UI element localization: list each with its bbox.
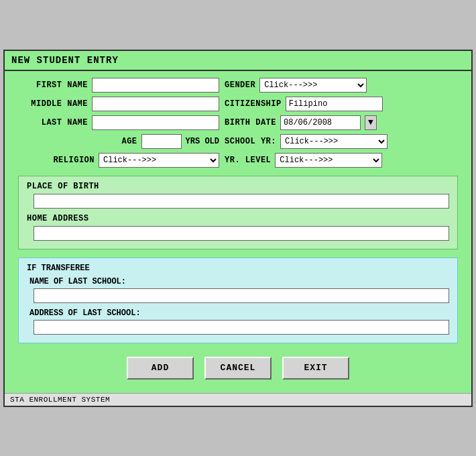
- birthdate-label: BIRTH DATE: [225, 118, 276, 127]
- form-content: FIRST NAME GENDER Click--->>> Male Femal…: [5, 71, 471, 393]
- place-address-section: PLACE OF BIRTH HOME ADDRESS: [18, 176, 458, 249]
- status-bar: STA ENROLLMENT SYSTEM: [5, 393, 471, 406]
- yr-level-select[interactable]: Click--->>>: [275, 153, 382, 168]
- last-school-label: NAME OF LAST SCHOOL:: [29, 277, 449, 286]
- first-name-label: FIRST NAME: [36, 80, 88, 90]
- gender-label: GENDER: [225, 80, 255, 90]
- left-firstname: FIRST NAME: [18, 78, 219, 93]
- last-school-input[interactable]: [34, 288, 449, 303]
- cancel-button[interactable]: CANCEL: [204, 357, 272, 380]
- school-yr-label: SCHOOL YR:: [225, 137, 276, 146]
- right-yrlevel: YR. LEVEL Click--->>>: [225, 153, 453, 168]
- middle-name-input[interactable]: [92, 97, 219, 111]
- home-address-label: HOME ADDRESS: [27, 214, 449, 223]
- school-yr-select[interactable]: Click--->>>: [280, 134, 388, 149]
- gender-select[interactable]: Click--->>> Male Female: [259, 78, 367, 93]
- transferee-title: IF TRANSFEREE: [27, 264, 449, 273]
- transferee-section: IF TRANSFEREE NAME OF LAST SCHOOL: ADDRE…: [18, 258, 458, 343]
- row-religion-yrlevel: RELIGION Click--->>> Catholic Other YR. …: [18, 153, 458, 168]
- religion-select[interactable]: Click--->>> Catholic Other: [99, 153, 219, 168]
- age-label: AGE: [121, 137, 137, 146]
- left-age: AGE YRS OLD: [18, 134, 219, 149]
- button-row: ADD CANCEL EXIT: [18, 353, 458, 386]
- exit-button[interactable]: EXIT: [282, 357, 349, 380]
- last-name-label: LAST NAME: [42, 118, 88, 127]
- left-middlename: MIDDLE NAME: [18, 97, 219, 111]
- window-title: NEW STUDENT ENTRY: [11, 55, 119, 66]
- citizenship-label: CITIZENSHIP: [225, 99, 282, 109]
- status-text: STA ENROLLMENT SYSTEM: [10, 396, 110, 404]
- place-of-birth-input[interactable]: [34, 194, 449, 209]
- last-school-address-label: ADDRESS OF LAST SCHOOL:: [29, 308, 449, 318]
- left-lastname: LAST NAME: [18, 115, 219, 130]
- right-birthdate: BIRTH DATE ▼: [225, 115, 453, 130]
- right-gender: GENDER Click--->>> Male Female: [225, 78, 453, 93]
- yrs-old-label: YRS OLD: [186, 137, 219, 146]
- row-lastname-birthdate: LAST NAME BIRTH DATE ▼: [18, 115, 458, 130]
- add-button[interactable]: ADD: [127, 357, 194, 380]
- left-religion: RELIGION Click--->>> Catholic Other: [18, 153, 219, 168]
- religion-label: RELIGION: [53, 156, 95, 165]
- middle-name-label: MIDDLE NAME: [31, 99, 88, 109]
- birthdate-dropdown-icon[interactable]: ▼: [365, 115, 377, 130]
- row-firstname-gender: FIRST NAME GENDER Click--->>> Male Femal…: [18, 78, 458, 93]
- row-middlename-citizenship: MIDDLE NAME CITIZENSHIP: [18, 97, 458, 111]
- title-bar: NEW STUDENT ENTRY: [5, 51, 471, 71]
- right-citizenship: CITIZENSHIP: [225, 97, 453, 111]
- yr-level-label: YR. LEVEL: [225, 156, 271, 165]
- last-name-input[interactable]: [92, 115, 219, 130]
- home-address-input[interactable]: [34, 226, 449, 241]
- age-input[interactable]: [141, 134, 182, 149]
- row-age-schoolyr: AGE YRS OLD SCHOOL YR: Click--->>>: [18, 134, 458, 149]
- right-schoolyr: SCHOOL YR: Click--->>>: [225, 134, 453, 149]
- citizenship-input[interactable]: [286, 97, 383, 111]
- first-name-input[interactable]: [92, 78, 219, 93]
- main-window: NEW STUDENT ENTRY FIRST NAME GENDER Clic…: [3, 50, 473, 407]
- top-form: FIRST NAME GENDER Click--->>> Male Femal…: [18, 78, 458, 168]
- birthdate-input[interactable]: [280, 115, 361, 130]
- last-school-address-input[interactable]: [34, 320, 449, 335]
- place-of-birth-label: PLACE OF BIRTH: [27, 182, 449, 191]
